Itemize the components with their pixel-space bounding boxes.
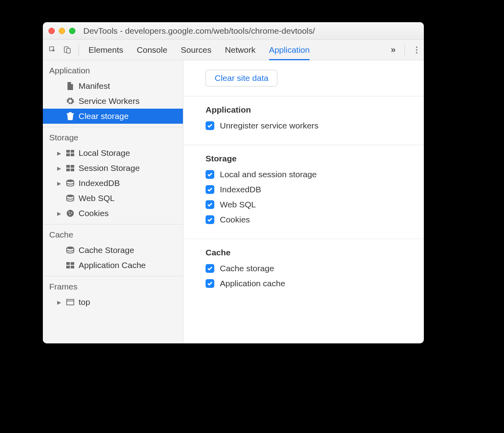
database-icon — [66, 194, 75, 203]
tab-application[interactable]: Application — [269, 40, 310, 60]
svg-rect-17 — [66, 262, 70, 265]
sidebar-group-title: Cache — [43, 224, 183, 243]
sidebar-item-application-cache[interactable]: ▶ Application Cache — [43, 258, 183, 273]
cookie-icon — [66, 209, 75, 218]
sidebar-item-local-storage[interactable]: ▶ Local Storage — [43, 146, 183, 161]
checkbox-unregister-service-workers[interactable]: Unregister service workers — [206, 121, 424, 130]
expand-icon[interactable]: ▶ — [56, 299, 62, 305]
sidebar-item-label: Manifest — [79, 81, 110, 91]
main-panel: Clear site data Application Unregister s… — [183, 60, 424, 343]
sidebar-item-label: Application Cache — [79, 261, 146, 270]
checkbox-icon — [206, 264, 214, 273]
section-heading: Cache — [206, 248, 424, 257]
checkbox-websql[interactable]: Web SQL — [206, 200, 424, 209]
svg-point-15 — [69, 214, 71, 215]
sidebar-group-title: Storage — [43, 127, 183, 146]
checkbox-cache-storage[interactable]: Cache storage — [206, 264, 424, 273]
sidebar-item-indexeddb[interactable]: ▶ IndexedDB — [43, 176, 183, 191]
section-application: Application Unregister service workers — [183, 96, 424, 145]
tab-network[interactable]: Network — [225, 40, 256, 60]
clear-site-data-button[interactable]: Clear site data — [206, 70, 277, 86]
checkbox-label: Application cache — [220, 279, 285, 288]
sidebar-item-service-workers[interactable]: ▶ Service Workers — [43, 94, 183, 109]
sidebar-item-label: Cookies — [79, 209, 109, 218]
minimize-window-button[interactable] — [59, 28, 65, 34]
devtools-window: DevTools - developers.google.com/web/too… — [43, 22, 424, 343]
tab-console[interactable]: Console — [137, 40, 167, 60]
svg-point-10 — [67, 180, 74, 182]
svg-rect-18 — [71, 262, 74, 265]
svg-point-11 — [67, 195, 74, 197]
window-controls — [48, 28, 75, 34]
checkbox-icon — [206, 215, 214, 224]
window-title: DevTools - developers.google.com/web/too… — [83, 26, 418, 36]
expand-icon[interactable]: ▶ — [56, 211, 62, 216]
checkbox-label: Cookies — [220, 215, 250, 224]
device-toggle-icon[interactable] — [61, 44, 73, 56]
checkbox-application-cache[interactable]: Application cache — [206, 279, 424, 288]
sidebar-item-label: IndexedDB — [79, 178, 120, 188]
sidebar-item-label: Session Storage — [79, 163, 140, 173]
sidebar-item-label: Clear storage — [79, 111, 129, 121]
sidebar-item-clear-storage[interactable]: ▶ Clear storage — [43, 109, 183, 124]
svg-point-12 — [67, 210, 74, 217]
sidebar-item-websql[interactable]: ▶ Web SQL — [43, 191, 183, 206]
inspect-element-icon[interactable] — [47, 44, 59, 56]
toolbar-separator — [79, 45, 79, 55]
svg-rect-21 — [67, 299, 74, 305]
trash-icon — [66, 112, 75, 121]
sidebar-group-title: Frames — [43, 276, 183, 295]
sidebar-item-label: Service Workers — [79, 96, 140, 106]
checkbox-label: Local and session storage — [220, 170, 317, 179]
grid-icon — [66, 164, 75, 172]
close-window-button[interactable] — [48, 28, 55, 34]
checkbox-label: Unregister service workers — [220, 121, 319, 130]
sidebar-item-label: Cache Storage — [79, 245, 134, 255]
checkbox-label: IndexedDB — [220, 185, 261, 194]
svg-rect-3 — [71, 150, 74, 153]
settings-menu-icon[interactable] — [414, 44, 420, 56]
checkbox-icon — [206, 170, 214, 179]
file-icon — [66, 82, 75, 90]
checkbox-local-session-storage[interactable]: Local and session storage — [206, 170, 424, 179]
toolbar-separator — [404, 45, 405, 55]
zoom-window-button[interactable] — [69, 28, 75, 34]
svg-rect-8 — [66, 169, 70, 171]
svg-rect-2 — [66, 150, 70, 153]
svg-rect-20 — [71, 266, 74, 268]
checkbox-indexeddb[interactable]: IndexedDB — [206, 185, 424, 194]
svg-rect-19 — [66, 266, 70, 268]
svg-rect-9 — [71, 169, 74, 171]
sidebar-item-session-storage[interactable]: ▶ Session Storage — [43, 161, 183, 176]
sidebar-item-cookies[interactable]: ▶ Cookies — [43, 206, 183, 221]
expand-icon[interactable]: ▶ — [56, 150, 62, 156]
sidebar-item-frame-top[interactable]: ▶ top — [43, 295, 183, 310]
section-heading: Application — [206, 105, 424, 115]
tab-elements[interactable]: Elements — [88, 40, 123, 60]
checkbox-label: Web SQL — [220, 200, 256, 209]
checkbox-icon — [206, 121, 214, 130]
tab-sources[interactable]: Sources — [181, 40, 212, 60]
checkbox-label: Cache storage — [220, 264, 274, 273]
database-icon — [66, 179, 75, 188]
sidebar-group-title: Application — [43, 60, 183, 79]
svg-point-16 — [67, 247, 74, 249]
database-icon — [66, 246, 75, 255]
grid-icon — [66, 149, 75, 157]
devtools-toolbar: Elements Console Sources Network Applica… — [43, 40, 424, 60]
sidebar-item-manifest[interactable]: ▶ Manifest — [43, 79, 183, 94]
section-cache: Cache Cache storage Application cache — [183, 239, 424, 303]
frame-icon — [66, 298, 75, 307]
grid-icon — [66, 261, 75, 270]
sidebar-item-label: top — [79, 297, 90, 307]
application-sidebar: Application ▶ Manifest ▶ Service Workers… — [43, 60, 183, 343]
checkbox-icon — [206, 200, 214, 209]
expand-icon[interactable]: ▶ — [56, 165, 62, 171]
svg-rect-4 — [66, 153, 70, 156]
sidebar-item-cache-storage[interactable]: ▶ Cache Storage — [43, 243, 183, 258]
titlebar: DevTools - developers.google.com/web/too… — [43, 22, 424, 40]
svg-rect-7 — [71, 165, 74, 168]
expand-icon[interactable]: ▶ — [56, 180, 62, 186]
overflow-tabs-icon[interactable]: » — [391, 45, 396, 55]
checkbox-cookies[interactable]: Cookies — [206, 215, 424, 224]
